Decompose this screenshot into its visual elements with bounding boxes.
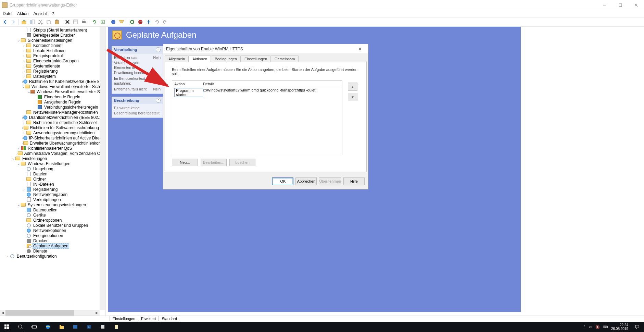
tree-node[interactable]: INI-Dateien <box>0 182 100 187</box>
tree-node[interactable]: ›Kontorichtlinien <box>0 43 100 48</box>
action-row[interactable]: Programm starten c:\Windows\system32\win… <box>172 87 342 98</box>
tree-node[interactable]: Lokale Benutzer und Gruppen <box>0 223 100 228</box>
tree-node[interactable]: ⌄Sicherheitseinstellungen <box>0 38 100 43</box>
tree-node[interactable]: ›Lokale Richtlinien <box>0 48 100 53</box>
filter-icon[interactable] <box>118 18 125 26</box>
btab-erweitert[interactable]: Erweitert <box>138 316 159 321</box>
tree-node[interactable]: Eingehende Regeln <box>0 94 100 99</box>
tree-node[interactable]: Verknüpfungen <box>0 197 100 202</box>
tree-node[interactable]: ›Systemdienste <box>0 63 100 69</box>
tree-node[interactable]: ›Richtlinien für Softwareeinschränkung <box>0 125 100 130</box>
nav-back-icon[interactable] <box>1 18 9 26</box>
dialog-close-button[interactable]: ✕ <box>354 45 365 53</box>
apply-button[interactable]: Übernehmen <box>319 177 341 185</box>
plus-icon[interactable] <box>145 18 152 26</box>
move-up-button[interactable]: ▲ <box>348 83 357 91</box>
close-button[interactable] <box>628 0 644 10</box>
tab-allgemein[interactable]: Allgemein <box>165 56 189 62</box>
undo-icon[interactable] <box>153 18 161 26</box>
taskbar-clock[interactable]: 22:24 26.05.2019 <box>611 323 630 331</box>
collapse-icon[interactable]: ⌄ <box>16 202 21 207</box>
tab-aktionen[interactable]: Aktionen <box>189 56 211 62</box>
search-icon[interactable] <box>14 322 27 332</box>
expand-icon[interactable]: › <box>22 74 26 78</box>
btab-einstellungen[interactable]: Einstellungen <box>110 316 138 321</box>
stop-green-icon[interactable] <box>128 18 136 26</box>
tray-chevron-icon[interactable]: ˄ <box>584 325 585 329</box>
expand-icon[interactable]: › <box>22 121 26 125</box>
tree-node[interactable]: ⌄Windows-Firewall mit erweiterter Sicher… <box>0 89 100 94</box>
maximize-button[interactable] <box>613 0 628 10</box>
expand-icon[interactable]: › <box>22 54 26 58</box>
expand-icon[interactable]: › <box>22 187 26 192</box>
collapse-icon[interactable]: ⌄ <box>16 38 21 42</box>
delete-button[interactable]: Löschen <box>229 159 255 166</box>
tree-node[interactable]: Bereitgestellte Drucker <box>0 33 100 38</box>
move-down-button[interactable]: ▼ <box>348 93 357 101</box>
tree-node[interactable]: Ordneroptionen <box>0 218 100 223</box>
expand-icon[interactable]: › <box>22 49 26 53</box>
scroll-left-icon[interactable]: ◄ <box>0 310 5 316</box>
expand-icon[interactable]: › <box>5 254 10 258</box>
tree-hscroll[interactable]: ◄ ► <box>0 310 100 316</box>
new-button[interactable]: Neu... <box>172 159 198 166</box>
tree-node[interactable]: ›Anwendungssteuerungsrichtlinien <box>0 130 100 135</box>
tree-node[interactable]: ⌄Windows-Einstellungen <box>0 161 100 166</box>
taskview-icon[interactable] <box>27 322 41 332</box>
tree-node[interactable]: Geräte <box>0 212 100 218</box>
nav-fwd-icon[interactable] <box>10 18 17 26</box>
delete-icon[interactable] <box>64 18 71 26</box>
refresh-icon[interactable] <box>91 18 98 26</box>
collapse-icon[interactable]: ⌃ <box>156 47 161 52</box>
tree-node[interactable]: ›IP-Sicherheitsrichtlinien auf Active Di… <box>0 135 100 140</box>
ok-button[interactable]: OK <box>272 177 293 185</box>
collapse-icon[interactable]: ⌄ <box>11 156 15 161</box>
expand-icon[interactable]: › <box>22 59 26 63</box>
tree-node[interactable]: ›Eingeschränkte Gruppen <box>0 58 100 63</box>
taskbar-app2[interactable]: > <box>82 322 96 332</box>
tree-node[interactable]: ⌄Windows-Firewall mit erweiterter Sicher… <box>0 84 100 89</box>
tree-node[interactable]: ›Dateisystem <box>0 74 100 79</box>
tray-input-icon[interactable]: ⌨ <box>603 325 608 329</box>
copy-icon[interactable] <box>45 18 52 26</box>
start-button[interactable] <box>0 322 14 332</box>
tree-node[interactable]: Geplante Aufgaben <box>0 243 100 248</box>
tab-bedingungen[interactable]: Bedingungen <box>211 56 241 62</box>
cut-icon[interactable] <box>37 18 44 26</box>
export-icon[interactable] <box>99 18 106 26</box>
stop-red-icon[interactable] <box>137 18 144 26</box>
tree-node[interactable]: ›Drahtlosnetzwerkrichtlinien (IEEE 802.1… <box>0 115 100 120</box>
tree-node[interactable]: Dateien <box>0 171 100 176</box>
tree-node[interactable]: Energieoptionen <box>0 233 100 238</box>
help-icon[interactable]: ? <box>110 18 117 26</box>
edit-button[interactable]: Bearbeiten... <box>201 159 227 166</box>
scroll-right-icon[interactable]: ► <box>94 310 100 316</box>
tree-node[interactable]: ⌄Systemsteuerungseinstellungen <box>0 202 100 207</box>
taskbar-app3[interactable] <box>96 322 110 332</box>
tree-node[interactable]: Datenquellen <box>0 207 100 212</box>
collapse-icon[interactable]: ⌃ <box>156 98 161 103</box>
expand-icon[interactable]: › <box>22 131 26 135</box>
expand-icon[interactable]: › <box>22 69 26 73</box>
tree-node[interactable]: ›Richtlinienbasierter QoS <box>0 146 100 151</box>
show-hide-icon[interactable] <box>28 18 36 26</box>
print-icon[interactable] <box>80 18 88 26</box>
tree-vscroll[interactable] <box>100 27 105 310</box>
tree-node[interactable]: Umgebung <box>0 166 100 171</box>
taskbar-explorer[interactable] <box>55 322 68 332</box>
menu-file[interactable]: Datei <box>3 11 12 16</box>
collapse-icon[interactable]: ⌄ <box>22 84 25 89</box>
tray-network-icon[interactable]: ▭ <box>589 325 592 329</box>
tree-node[interactable]: Ausgehende Regeln <box>0 99 100 104</box>
tree-node[interactable]: Netzwerkfreigaben <box>0 192 100 197</box>
tree-node[interactable]: Netzwerklisten-Manager-Richtlinien <box>0 110 100 115</box>
tree-node[interactable]: ›Richtlinien für öffentliche Schlüssel <box>0 120 100 125</box>
tree-node[interactable]: Verbindungssicherheitsregeln <box>0 104 100 110</box>
tree-node[interactable]: Dienste <box>0 248 100 254</box>
tree-node[interactable]: Netzwerkoptionen <box>0 228 100 233</box>
taskbar-app1[interactable] <box>68 322 82 332</box>
tree-node[interactable]: Skripts (Start/Herunterfahren) <box>0 27 100 33</box>
menu-action[interactable]: Aktion <box>17 11 28 16</box>
properties-icon[interactable] <box>72 18 79 26</box>
tree-node[interactable]: ⌄Einstellungen <box>0 156 100 161</box>
